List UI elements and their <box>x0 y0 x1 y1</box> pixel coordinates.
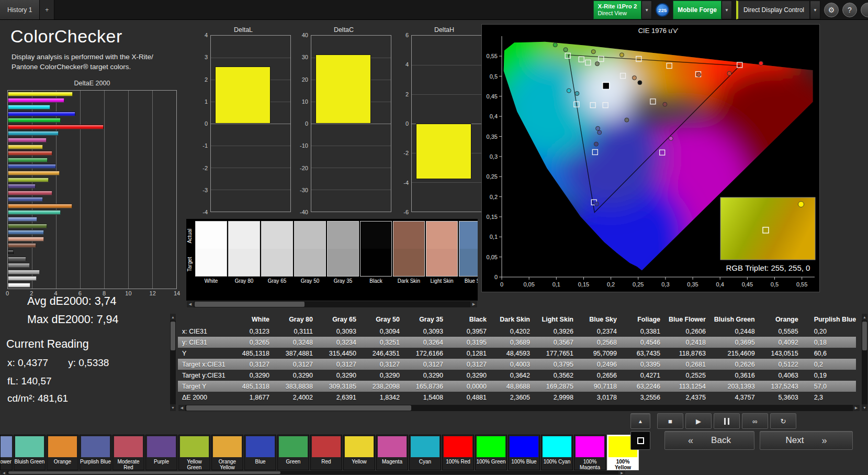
swatch-orange-yellow[interactable]: Orange Yellow <box>211 435 243 470</box>
patch-actual-color <box>295 222 325 249</box>
stop-button[interactable]: ■ <box>657 413 683 429</box>
deltae-bar <box>8 250 14 255</box>
scroll-up-icon[interactable]: ▲ <box>170 314 176 321</box>
scroll-left-icon[interactable]: ◀ <box>187 301 194 307</box>
read-button[interactable]: ▶ <box>685 413 712 429</box>
patch-item[interactable]: White <box>195 221 227 285</box>
table-cell: 0,3926 <box>538 326 582 337</box>
table-cell: 0,4546 <box>625 337 669 348</box>
swatch-label: Blue <box>245 458 276 470</box>
scroll-right-icon[interactable]: ▶ <box>618 471 625 474</box>
source-selector-arrow[interactable]: ▼ <box>722 1 732 19</box>
deltae2000-plot <box>7 90 177 289</box>
patch-colors <box>294 221 326 277</box>
patch-item[interactable]: Black <box>360 221 392 285</box>
table-cell: 2,9998 <box>538 392 582 403</box>
deltae-bar <box>8 184 36 189</box>
display-control-arrow[interactable]: ▼ <box>810 1 820 19</box>
patch-item[interactable]: Dark Skin <box>393 221 425 285</box>
swatch-inner: Cyan <box>410 436 441 470</box>
table-scrollbar-right: ▲ ▼ <box>861 313 868 412</box>
swatch-purple[interactable]: Purple <box>145 435 177 470</box>
swatch-label: 100% Green <box>476 458 506 470</box>
swatch-cyan[interactable]: Cyan <box>409 435 441 470</box>
meter-count-badge[interactable]: 225 <box>656 3 669 17</box>
deltae-bar <box>8 270 40 274</box>
patch-item[interactable]: Blue Sky <box>459 221 478 285</box>
patch-item[interactable]: Gray 35 <box>327 221 359 285</box>
swatch-yellow[interactable]: Yellow <box>343 435 375 470</box>
swatch-100-magenta[interactable]: 100% Magenta <box>574 435 606 470</box>
settings-button[interactable]: ⚙ <box>824 3 839 17</box>
black-pattern-button[interactable] <box>630 431 650 450</box>
scrollbar-thumb[interactable] <box>8 471 280 474</box>
scrollbar-thumb[interactable] <box>171 322 175 350</box>
edge-button[interactable] <box>861 3 868 17</box>
axis-tick-label: 20 <box>302 76 308 83</box>
deltae-bar <box>8 138 47 142</box>
swatch-yellow-green[interactable]: Yellow Green <box>178 435 210 470</box>
help-button[interactable]: ? <box>842 3 857 17</box>
swatch-blue-flower[interactable]: Blue Flower <box>0 435 13 470</box>
scroll-down-icon[interactable]: ▼ <box>170 404 176 411</box>
swatch-color <box>510 436 538 457</box>
scroll-right-icon[interactable]: ▶ <box>470 301 477 307</box>
loop-button[interactable]: ↻ <box>770 413 796 429</box>
table-cell: 0,3111 <box>278 326 321 337</box>
patch-item[interactable]: Gray 65 <box>261 221 293 285</box>
table-cell: 0,3616 <box>714 370 763 381</box>
table-cell: 48,8688 <box>495 381 538 392</box>
scrollbar-thumb[interactable] <box>186 405 411 411</box>
display-control-selector[interactable]: Direct Display Control <box>736 1 810 19</box>
swatch-scroll-up-button[interactable]: ▲ <box>630 413 650 429</box>
swatch-100-cyan[interactable]: 100% Cyan <box>541 435 573 470</box>
swatch-100-red[interactable]: 100% Red <box>442 435 474 470</box>
swatch-orange[interactable]: Orange <box>47 435 78 470</box>
swatch-red[interactable]: Red <box>310 435 342 470</box>
patch-item[interactable]: Gray 80 <box>228 221 260 285</box>
swatch-magenta[interactable]: Magenta <box>376 435 408 470</box>
scrollbar-thumb[interactable] <box>195 302 305 307</box>
pause-button[interactable] <box>714 413 740 429</box>
meter-selector[interactable]: X-Rite i1Pro 2 Direct View <box>593 1 642 19</box>
swatch-blue[interactable]: Blue <box>244 435 276 470</box>
measured-point <box>632 76 636 80</box>
source-selector[interactable]: Mobile Forge <box>673 1 722 19</box>
scroll-left-icon[interactable]: ◀ <box>1 471 7 474</box>
swatch-moderate-red[interactable]: Moderate Red <box>112 435 144 470</box>
swatch-bluish-green[interactable]: Bluish Green <box>14 435 46 470</box>
patch-list: WhiteGray 80Gray 65Gray 50Gray 35BlackDa… <box>195 221 478 285</box>
next-button[interactable]: Next » <box>760 431 853 450</box>
patch-item[interactable]: Gray 50 <box>294 221 326 285</box>
swatch-label: Yellow <box>344 458 375 470</box>
scrollbar-thumb[interactable] <box>862 322 867 350</box>
patch-item[interactable]: Light Skin <box>426 221 458 285</box>
deltae-bar <box>8 105 50 109</box>
tab-history-1[interactable]: History 1 <box>0 0 40 19</box>
patch-actual-color <box>262 222 292 249</box>
table-cell: 0,4063 <box>763 370 807 381</box>
swatch-green[interactable]: Green <box>277 435 309 470</box>
measured-point <box>663 102 667 106</box>
scroll-down-icon[interactable]: ▼ <box>862 404 867 411</box>
scroll-left-icon[interactable]: ◀ <box>178 405 185 411</box>
scroll-right-icon[interactable]: ▶ <box>853 405 860 411</box>
back-button[interactable]: « Back <box>664 431 754 450</box>
swatch-label: Orange Yellow <box>212 458 243 470</box>
x-tick-label: 0,25 <box>633 281 644 288</box>
table-cell: 0,3381 <box>625 326 669 337</box>
meter-selector-arrow[interactable]: ▼ <box>641 1 652 19</box>
swatch-label: Moderate Red <box>113 458 144 470</box>
table-cell: 0,5585 <box>763 326 807 337</box>
table-cell: 0,3093 <box>408 326 452 337</box>
scroll-up-icon[interactable]: ▲ <box>862 314 867 321</box>
continuous-read-button[interactable]: ∞ <box>742 413 768 429</box>
x-tick-label: 0,5 <box>771 281 779 288</box>
table-cell: 0,2656 <box>582 370 625 381</box>
swatch-100-green[interactable]: 100% Green <box>475 435 507 470</box>
swatch-purplish-blue[interactable]: Purplish Blue <box>80 435 111 470</box>
swatch-100-blue[interactable]: 100% Blue <box>508 435 540 470</box>
add-tab-button[interactable]: + <box>40 0 54 19</box>
table-cell: 57,0 <box>807 381 856 392</box>
table-cell: 0,3562 <box>538 370 582 381</box>
